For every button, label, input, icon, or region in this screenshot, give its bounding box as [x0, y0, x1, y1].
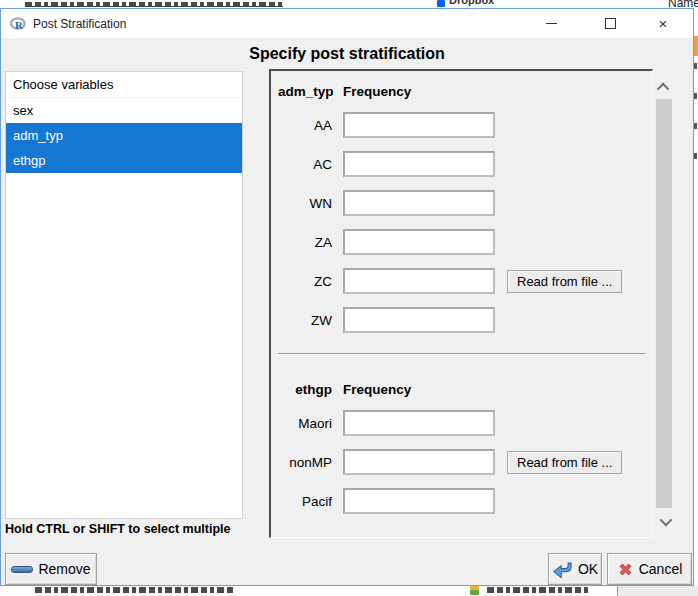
- freq-input-adm_typ-ZC[interactable]: [343, 268, 495, 294]
- form-row-ethgp-Maori: Maori: [278, 410, 645, 436]
- selection-hint: Hold CTRL or SHIFT to select multiple: [5, 522, 230, 536]
- form-row-adm_typ-ZC: ZCRead from file ...: [278, 268, 645, 294]
- row-label: WN: [278, 196, 332, 211]
- scrollbar-down-button[interactable]: [655, 511, 673, 531]
- maximize-icon: [605, 18, 616, 29]
- form-row-ethgp-nonMP: nonMPRead from file ...: [278, 449, 645, 475]
- remove-button[interactable]: Remove: [5, 553, 97, 585]
- background-text-fragment: [694, 123, 697, 129]
- form-row-adm_typ-AC: AC: [278, 151, 645, 177]
- freq-input-adm_typ-WN[interactable]: [343, 190, 495, 216]
- freq-input-ethgp-Pacif[interactable]: [343, 488, 495, 514]
- close-button[interactable]: ×: [641, 9, 685, 37]
- chevron-up-icon: [656, 82, 669, 95]
- scrollbar-up-button[interactable]: [655, 77, 673, 97]
- row-label: ZC: [278, 274, 332, 289]
- read-from-file-button-adm_typ[interactable]: Read from file ...: [507, 270, 622, 293]
- form-row-ethgp-Pacif: Pacif: [278, 488, 645, 514]
- row-label: AC: [278, 157, 332, 172]
- group-variable-name: adm_typ: [278, 84, 332, 99]
- svg-text:R: R: [15, 19, 23, 31]
- form-scrollbar[interactable]: [655, 73, 673, 537]
- background-text-fragment: [694, 153, 697, 159]
- freq-input-ethgp-nonMP[interactable]: [343, 449, 495, 475]
- cancel-button[interactable]: Cancel: [607, 553, 692, 585]
- remove-button-label: Remove: [38, 561, 90, 577]
- form-row-adm_typ-ZW: ZW: [278, 307, 645, 333]
- variable-item-adm_typ[interactable]: adm_typ: [6, 123, 242, 148]
- background-file-icon: [470, 586, 479, 595]
- background-clipped-text: [35, 587, 235, 593]
- chevron-down-icon: [659, 513, 672, 526]
- group-variable-name: ethgp: [278, 382, 332, 397]
- dialog-heading: Specify post stratification: [1, 45, 693, 63]
- row-label: Maori: [278, 416, 332, 431]
- maximize-button[interactable]: [588, 9, 632, 37]
- freq-input-adm_typ-ZW[interactable]: [343, 307, 495, 333]
- form-row-adm_typ-AA: AA: [278, 112, 645, 138]
- background-clipped-text: [487, 587, 591, 593]
- minimize-button[interactable]: [529, 9, 573, 37]
- group-header-adm_typ: adm_typFrequency: [278, 83, 645, 99]
- close-icon: ×: [659, 16, 668, 31]
- row-label: ZW: [278, 313, 332, 328]
- variables-list-header: Choose variables: [6, 72, 242, 98]
- background-clipped-text: [25, 2, 283, 7]
- row-label: AA: [278, 118, 332, 133]
- form-panel: adm_typFrequencyAAACWNZAZCRead from file…: [269, 69, 653, 538]
- form-row-adm_typ-WN: WN: [278, 190, 645, 216]
- freq-input-adm_typ-AC[interactable]: [343, 151, 495, 177]
- background-panel-fragment: [617, 586, 698, 596]
- group-divider: [278, 353, 645, 354]
- ok-button-label: OK: [578, 561, 598, 577]
- row-label: nonMP: [278, 455, 332, 470]
- freq-input-ethgp-Maori[interactable]: [343, 410, 495, 436]
- screen: Dropbox Name R Post Stratification × Spe…: [0, 0, 698, 596]
- title-bar[interactable]: R Post Stratification ×: [1, 9, 693, 38]
- r-logo-icon: R: [10, 16, 27, 31]
- background-text-fragment: [694, 93, 697, 99]
- dropbox-label: Dropbox: [449, 0, 494, 6]
- variable-item-ethgp[interactable]: ethgp: [6, 148, 242, 173]
- group-frequency-header: Frequency: [343, 84, 411, 99]
- post-stratification-dialog: R Post Stratification × Specify post str…: [0, 8, 694, 586]
- scrollbar-thumb[interactable]: [656, 99, 672, 508]
- remove-minus-icon: [11, 566, 33, 573]
- ok-arrow-icon: [552, 560, 573, 579]
- form-row-adm_typ-ZA: ZA: [278, 229, 645, 255]
- cancel-button-label: Cancel: [639, 561, 683, 577]
- group-header-ethgp: ethgpFrequency: [278, 381, 645, 397]
- background-text-fragment: [694, 63, 697, 69]
- minimize-icon: [546, 23, 557, 24]
- cancel-x-icon: [617, 561, 634, 578]
- dropbox-icon: [437, 0, 445, 7]
- row-label: Pacif: [278, 494, 332, 509]
- freq-input-adm_typ-AA[interactable]: [343, 112, 495, 138]
- window-title: Post Stratification: [33, 17, 126, 31]
- group-frequency-header: Frequency: [343, 382, 411, 397]
- variable-item-sex[interactable]: sex: [6, 98, 242, 123]
- read-from-file-button-ethgp[interactable]: Read from file ...: [507, 451, 622, 474]
- row-label: ZA: [278, 235, 332, 250]
- variables-list[interactable]: Choose variables sexadm_typethgp: [5, 71, 243, 519]
- freq-input-adm_typ-ZA[interactable]: [343, 229, 495, 255]
- ok-button[interactable]: OK: [548, 553, 602, 585]
